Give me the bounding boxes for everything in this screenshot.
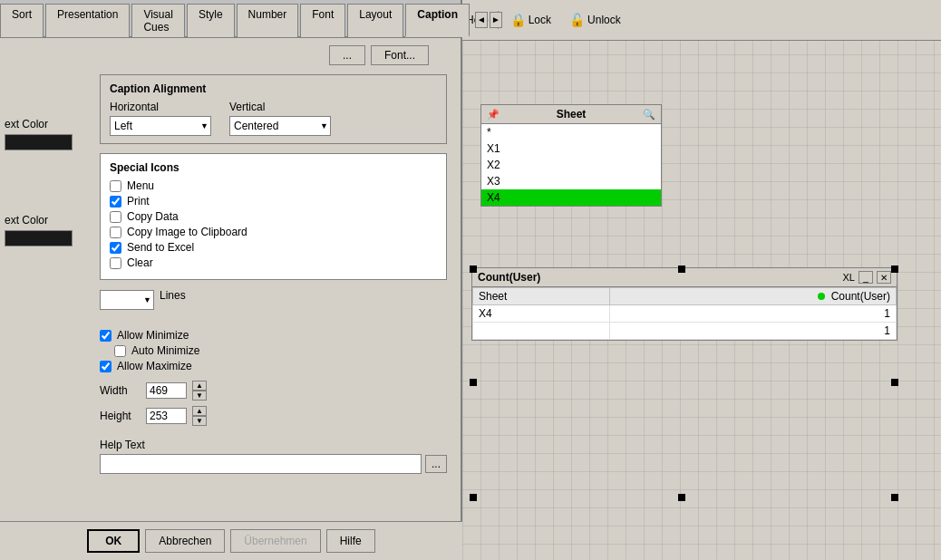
lines-label: Lines xyxy=(160,289,186,302)
vertical-dropdown[interactable]: Top Centered Bottom ▼ xyxy=(229,116,331,136)
tab-number[interactable]: Number xyxy=(237,4,299,37)
options-section: Allow Minimize Auto Minimize Allow Maxim… xyxy=(100,329,447,375)
width-input[interactable] xyxy=(146,382,187,399)
height-up-btn[interactable]: ▲ xyxy=(192,406,207,416)
pin-right-icon[interactable]: 🔍 xyxy=(643,109,655,121)
allow-maximize-label: Allow Maximize xyxy=(117,360,192,372)
resize-handle-tr[interactable] xyxy=(891,266,898,273)
resize-handle-tm[interactable] xyxy=(678,266,685,273)
width-up-btn[interactable]: ▲ xyxy=(192,381,207,391)
count-panel-controls: XL _ ✕ xyxy=(843,271,891,284)
resize-handle-tl[interactable] xyxy=(470,266,477,273)
vertical-col: Vertical Top Centered Bottom ▼ xyxy=(229,101,331,136)
height-down-btn[interactable]: ▼ xyxy=(192,416,207,426)
vertical-label: Vertical xyxy=(229,101,331,113)
font-row: ... Font... xyxy=(100,45,447,65)
checkbox-copy-image-label: Copy Image to Clipboard xyxy=(127,226,247,238)
sheet-item-x2[interactable]: X2 xyxy=(481,157,661,173)
minimize-count-btn[interactable]: _ xyxy=(859,271,873,284)
resize-handle-mr[interactable] xyxy=(891,379,898,386)
tab-bar: Sort Presentation Visual Cues Style Numb… xyxy=(0,0,461,38)
height-input[interactable] xyxy=(146,408,187,424)
resize-handle-ml[interactable] xyxy=(470,379,477,386)
horizontal-dropdown[interactable]: Left Center Right ▼ xyxy=(110,116,211,136)
help-button[interactable]: Hilfe xyxy=(326,529,375,553)
text-color-label-1: ext Color xyxy=(5,118,100,130)
resize-handle-bm[interactable] xyxy=(678,494,685,501)
sheet-item-x4[interactable]: X4 xyxy=(481,189,661,206)
col-header-count: Count(User) xyxy=(610,288,897,305)
sheet-panel: 📌 Sheet 🔍 * X1 X2 X3 X4 xyxy=(480,104,662,207)
auto-minimize-label: Auto Minimize xyxy=(131,344,199,357)
checkbox-send-excel-input[interactable] xyxy=(110,242,121,254)
total-value: 1 xyxy=(610,323,897,340)
resize-handle-bl[interactable] xyxy=(470,494,477,501)
checkbox-clear: Clear xyxy=(110,256,437,269)
cancel-button[interactable]: Abbrechen xyxy=(145,529,225,553)
width-down-btn[interactable]: ▼ xyxy=(192,391,207,401)
alignment-row: Horizontal Left Center Right ▼ Vertical xyxy=(110,101,437,136)
tab-style[interactable]: Style xyxy=(187,4,235,37)
lines-row: ▼ Lines xyxy=(100,289,447,311)
checkbox-clear-label: Clear xyxy=(127,256,153,269)
auto-minimize-input[interactable] xyxy=(114,345,126,357)
dialog-main-content: ... Font... Caption Alignment Horizontal… xyxy=(0,38,461,474)
checkbox-print: Print xyxy=(110,195,437,208)
ok-button[interactable]: OK xyxy=(87,529,140,553)
height-spinner: ▲ ▼ xyxy=(192,406,207,426)
unlock-button[interactable]: 🔓 Unlock xyxy=(561,9,629,31)
horizontal-select[interactable]: Left Center Right xyxy=(111,117,210,135)
height-row: Height ▲ ▼ xyxy=(100,406,447,426)
tab-scroll-right[interactable]: ► xyxy=(490,12,502,28)
allow-maximize-row: Allow Maximize xyxy=(100,360,447,372)
vertical-select[interactable]: Top Centered Bottom xyxy=(230,117,330,135)
checkbox-copy-data: Copy Data xyxy=(110,210,437,223)
resize-handle-br[interactable] xyxy=(891,494,898,501)
checkbox-menu-label: Menu xyxy=(127,179,154,192)
lines-select[interactable] xyxy=(101,291,139,309)
tab-sort[interactable]: Sort xyxy=(0,4,44,37)
tab-caption[interactable]: Caption xyxy=(405,4,470,37)
height-label: Height xyxy=(100,410,141,422)
help-text-input[interactable] xyxy=(100,454,422,474)
checkbox-clear-input[interactable] xyxy=(110,257,121,269)
special-icons-title: Special Icons xyxy=(110,161,437,174)
checkbox-copy-data-label: Copy Data xyxy=(127,210,179,223)
left-sidebar: ext Color ext Color xyxy=(5,118,100,246)
checkbox-print-input[interactable] xyxy=(110,196,121,208)
checkbox-print-label: Print xyxy=(127,195,150,208)
dialog-panel: Sort Presentation Visual Cues Style Numb… xyxy=(0,0,462,560)
allow-minimize-input[interactable] xyxy=(100,330,112,342)
pin-left-icon[interactable]: 📌 xyxy=(487,109,500,121)
sheet-item-x1[interactable]: X1 xyxy=(481,140,661,157)
auto-minimize-row: Auto Minimize xyxy=(114,344,447,357)
table-row: X4 1 xyxy=(473,305,897,323)
sheet-item-x3[interactable]: X3 xyxy=(481,173,661,189)
lines-dropdown[interactable]: ▼ xyxy=(100,290,154,310)
sheet-item-star[interactable]: * xyxy=(481,124,661,140)
count-panel: Count(User) XL _ ✕ Sheet Count(User) X4 … xyxy=(471,267,897,341)
close-count-btn[interactable]: ✕ xyxy=(877,271,891,284)
unlock-icon: 🔓 xyxy=(569,13,585,27)
checkbox-menu-input[interactable] xyxy=(110,180,121,192)
tab-layout[interactable]: Layout xyxy=(347,4,403,37)
checkbox-copy-image-input[interactable] xyxy=(110,227,121,238)
tab-scroll-controls: ◄ ► xyxy=(471,3,506,36)
tab-scroll-left[interactable]: ◄ xyxy=(475,12,488,28)
checkbox-send-excel-label: Send to Excel xyxy=(127,241,194,254)
tab-presentation[interactable]: Presentation xyxy=(45,4,130,37)
dot-green-icon xyxy=(818,293,825,300)
lock-button[interactable]: 🔒 Lock xyxy=(502,9,559,31)
apply-button[interactable]: Übernehmen xyxy=(230,529,320,553)
font-button[interactable]: Font... xyxy=(371,45,429,65)
help-ellipsis-button[interactable]: ... xyxy=(425,455,447,473)
tab-visual-cues[interactable]: Visual Cues xyxy=(131,4,184,37)
checkbox-copy-data-input[interactable] xyxy=(110,211,121,223)
top-toolbar: Help 🔒 Lock 🔓 Unlock xyxy=(462,0,941,41)
checkbox-send-excel: Send to Excel xyxy=(110,241,437,254)
allow-maximize-input[interactable] xyxy=(100,361,112,372)
lines-arrow-icon: ▼ xyxy=(143,295,151,304)
total-empty xyxy=(473,323,610,340)
ellipsis-button[interactable]: ... xyxy=(329,45,365,65)
tab-font[interactable]: Font xyxy=(300,4,345,37)
